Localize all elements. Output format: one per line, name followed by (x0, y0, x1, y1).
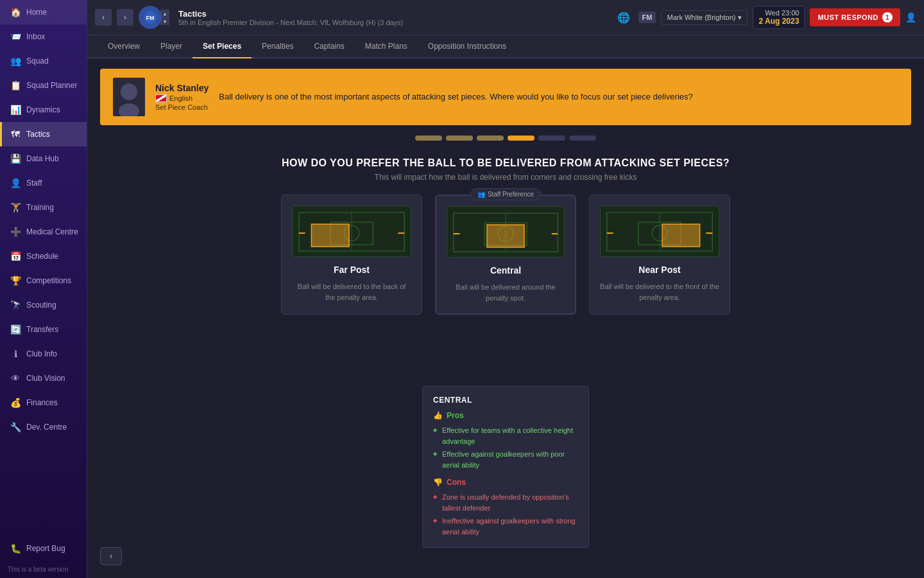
sidebar-item-label: Schedule (26, 252, 58, 261)
svg-rect-18 (487, 225, 524, 247)
svg-rect-10 (311, 224, 349, 247)
tab-overview[interactable]: Overview (98, 35, 150, 58)
dynamics-icon: 📊 (10, 104, 21, 116)
fm-logo-button[interactable]: FM (139, 6, 162, 29)
sidebar-item-label: Home (26, 8, 47, 17)
card-pitch-far-post (292, 206, 411, 257)
content-area: Nick Stanley English Set Piece Coach Bal… (87, 58, 924, 578)
card-title-near-post: Near Post (600, 265, 719, 275)
globe-button[interactable]: 🌐 (614, 8, 633, 27)
card-near-post[interactable]: Near Post Ball will be delivered to the … (589, 195, 730, 315)
progress-dot-5 (569, 136, 596, 141)
cards-row: Far Post Ball will be delivered to the b… (87, 195, 924, 328)
time-display: Wed 23:00 (758, 9, 799, 17)
staff-pref-badge: 👥 Staff Preference (470, 188, 541, 200)
sidebar-item-report-bug[interactable]: 🐛 Report Bug (0, 536, 87, 561)
thumbs-down-icon: 👎 (433, 478, 443, 487)
sidebar-item-staff[interactable]: 👤Staff (0, 171, 87, 195)
sidebar-item-scouting[interactable]: 🔭Scouting (0, 293, 87, 317)
pros-header: 👍 Pros (433, 411, 578, 420)
manager-button[interactable]: Mark White (Brighton) ▾ (661, 10, 748, 25)
question-section: HOW DO YOU PREFER THE BALL TO BE DELIVER… (87, 147, 924, 195)
beta-label: This is a beta version (0, 561, 87, 578)
sidebar-item-label: Tactics (26, 130, 50, 139)
coach-message: Ball delivery is one of the most importa… (219, 91, 898, 103)
coach-role: Set Piece Coach (155, 103, 209, 111)
sidebar-item-label: Report Bug (26, 544, 65, 553)
must-respond-count: 1 (882, 12, 893, 22)
pro-item: Effective for teams with a collective he… (433, 424, 578, 448)
dev-centre-icon: 🔧 (10, 421, 21, 433)
manager-name: Mark White (Brighton) (667, 13, 735, 21)
tab-captains[interactable]: Captains (304, 35, 354, 58)
england-flag (155, 94, 167, 102)
tab-set-pieces[interactable]: Set Pieces (193, 35, 252, 58)
sidebar-item-medical-centre[interactable]: ➕Medical Centre (0, 220, 87, 244)
sidebar-item-squad[interactable]: 👥Squad (0, 49, 87, 73)
progress-dot-4 (538, 136, 565, 141)
sidebar-item-club-vision[interactable]: 👁Club Vision (0, 366, 87, 390)
progress-dot-0 (415, 136, 442, 141)
staff-pref-icon: 👥 (477, 191, 485, 198)
sidebar-item-squad-planner[interactable]: 📋Squad Planner (0, 73, 87, 98)
logo-down-button[interactable]: ▼ (160, 17, 169, 25)
tab-player[interactable]: Player (150, 35, 193, 58)
squad-icon: 👥 (10, 55, 21, 67)
back-button[interactable]: ‹ (100, 547, 122, 565)
card-title-central: Central (447, 265, 565, 276)
card-far-post[interactable]: Far Post Ball will be delivered to the b… (281, 195, 422, 315)
topbar: ‹ › FM ▲ ▼ Tactics 5th in English Premie… (87, 0, 924, 35)
main-area: ‹ › FM ▲ ▼ Tactics 5th in English Premie… (87, 0, 924, 578)
fm-badge: FM (638, 12, 656, 23)
sidebar-item-competitions[interactable]: 🏆Competitions (0, 268, 87, 293)
club-vision-icon: 👁 (10, 372, 21, 384)
sidebar-item-label: Club Vision (26, 374, 65, 383)
sidebar-item-transfers[interactable]: 🔄Transfers (0, 317, 87, 342)
date-display: 2 Aug 2023 (758, 17, 799, 26)
con-item: Ineffective against goalkeepers with str… (433, 514, 578, 538)
sidebar-item-schedule[interactable]: 📅Schedule (0, 244, 87, 268)
card-pitch-near-post (600, 206, 719, 257)
sidebar-item-label: Finances (26, 398, 58, 407)
datetime-box: Wed 23:00 2 Aug 2023 (753, 6, 805, 29)
con-item: Zone is usually defended by opposition's… (433, 491, 578, 514)
page-subtitle: 5th in English Premier Division - Next M… (178, 19, 492, 26)
must-respond-button[interactable]: MUST RESPOND 1 (810, 8, 900, 26)
tactics-icon: 🗺 (10, 128, 21, 140)
sidebar-item-label: Medical Centre (26, 227, 78, 236)
notification-button[interactable]: 👤 (905, 12, 916, 22)
card-central[interactable]: 👥 Staff Preference Central Ball will be … (435, 195, 576, 315)
sidebar-item-inbox[interactable]: 📨Inbox (0, 24, 87, 49)
sidebar-item-dev-centre[interactable]: 🔧Dev. Centre (0, 415, 87, 439)
sidebar-item-club-info[interactable]: ℹClub Info (0, 342, 87, 366)
sidebar-item-label: Squad (26, 57, 49, 66)
sidebar-item-label: Squad Planner (26, 81, 77, 90)
data-hub-icon: 💾 (10, 153, 21, 164)
svg-text:FM: FM (146, 15, 155, 21)
central-tooltip: CENTRAL 👍 Pros Effective for teams with … (422, 386, 589, 548)
coach-avatar (113, 78, 145, 116)
sidebar-item-tactics[interactable]: 🗺Tactics (0, 122, 87, 146)
sidebar-item-label: Staff (26, 179, 42, 188)
sidebar-item-home[interactable]: 🏠Home (0, 0, 87, 24)
sidebar-item-training[interactable]: 🏋Training (0, 195, 87, 220)
progress-dot-3 (508, 136, 535, 141)
tab-penalties[interactable]: Penalties (252, 35, 304, 58)
logo-up-button[interactable]: ▲ (160, 10, 169, 17)
cons-header: 👎 Cons (433, 478, 578, 487)
sidebar-item-finances[interactable]: 💰Finances (0, 390, 87, 415)
tab-match-plans[interactable]: Match Plans (355, 35, 418, 58)
tooltip-title: CENTRAL (433, 396, 578, 405)
sidebar-item-dynamics[interactable]: 📊Dynamics (0, 98, 87, 122)
sidebar-item-label: Transfers (26, 325, 58, 334)
progress-dot-1 (446, 136, 473, 141)
svg-rect-26 (662, 224, 700, 247)
finances-icon: 💰 (10, 397, 21, 408)
tab-opposition-instructions[interactable]: Opposition Instructions (418, 35, 517, 58)
sidebar-item-data-hub[interactable]: 💾Data Hub (0, 146, 87, 171)
forward-nav-button[interactable]: › (117, 9, 133, 26)
coach-banner: Nick Stanley English Set Piece Coach Bal… (100, 69, 911, 125)
training-icon: 🏋 (10, 202, 21, 213)
coach-name: Nick Stanley (155, 83, 209, 93)
back-nav-button[interactable]: ‹ (95, 9, 112, 26)
